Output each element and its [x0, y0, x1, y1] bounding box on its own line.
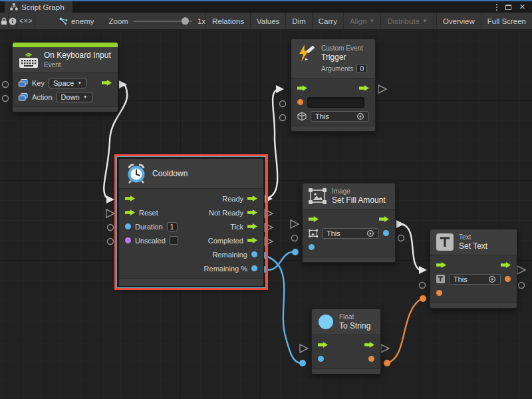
- text-port-dot[interactable]: [436, 290, 442, 296]
- tick-out-arrow[interactable]: [247, 223, 257, 229]
- zoom-slider[interactable]: [134, 21, 192, 22]
- flow-in-arrow[interactable]: [309, 216, 319, 222]
- dim-button[interactable]: Dim: [286, 13, 312, 29]
- keyboard-key-in-port[interactable]: [3, 82, 9, 88]
- image-flow-in-port[interactable]: [291, 220, 299, 228]
- target-out-dot[interactable]: [505, 276, 511, 282]
- node-footer: [119, 278, 263, 286]
- flow-in-arrow[interactable]: [125, 196, 135, 201]
- cooldown-reset-in-port[interactable]: [106, 209, 114, 217]
- full-screen-button[interactable]: Full Screen: [481, 13, 532, 29]
- fill-amount-port-dot[interactable]: [309, 244, 315, 250]
- unscaled-port-dot[interactable]: [125, 237, 131, 243]
- cooldown-flow-in-port[interactable]: [106, 196, 114, 203]
- enum-icon: [19, 79, 28, 87]
- zoom-slider-handle[interactable]: [182, 17, 189, 25]
- graph-canvas[interactable]: On Keyboard Input Event Key Space▼: [0, 30, 532, 399]
- unity-script-graph-window: Script Graph ✕ <×>: [0, 0, 532, 399]
- cooldown-row-5: Remaining: [119, 247, 263, 261]
- image-flow-out-port[interactable]: [396, 220, 404, 228]
- values-button[interactable]: Values: [251, 13, 286, 29]
- string-out-dot[interactable]: [368, 356, 374, 362]
- key-dropdown[interactable]: Space▼: [49, 78, 86, 88]
- remainingpct-label: Remaining %: [204, 265, 247, 273]
- string-port-dot[interactable]: [297, 99, 303, 105]
- image-target-in-port[interactable]: [292, 235, 298, 241]
- event-name-input[interactable]: [307, 97, 364, 108]
- tostring-flow-out-port[interactable]: [381, 344, 389, 352]
- flow-row: [430, 258, 517, 272]
- tab-script-graph[interactable]: Script Graph: [5, 1, 72, 13]
- settext-text-in-port[interactable]: [420, 295, 426, 302]
- flow-out-arrow[interactable]: [364, 342, 374, 348]
- image-target-out-port[interactable]: [398, 235, 404, 241]
- completed-out-arrow[interactable]: [247, 237, 257, 243]
- graph-breadcrumb[interactable]: enemy: [59, 17, 94, 25]
- node-category: Text: [459, 233, 487, 241]
- float-in-dot[interactable]: [318, 356, 324, 362]
- custom-event-flow-out-port[interactable]: [378, 85, 386, 93]
- flow-out-arrow[interactable]: [379, 216, 389, 222]
- target-out-dot[interactable]: [383, 230, 389, 236]
- overview-button[interactable]: Overview: [436, 13, 481, 29]
- settext-flow-in-port[interactable]: [419, 266, 427, 274]
- remainingpct-out-dot[interactable]: [251, 265, 257, 271]
- node-cooldown[interactable]: Cooldown Ready Reset Not Ready: [118, 158, 264, 287]
- ready-out-arrow[interactable]: [247, 196, 257, 201]
- target-dropdown[interactable]: This: [449, 274, 501, 285]
- flow-in-arrow[interactable]: [297, 85, 307, 91]
- cooldown-notready-out-port[interactable]: [265, 209, 273, 217]
- notready-out-arrow[interactable]: [247, 209, 257, 215]
- flow-row: [303, 212, 395, 226]
- event-name-row: [291, 95, 375, 109]
- unscaled-checkbox[interactable]: [170, 236, 178, 245]
- relations-button[interactable]: Relations: [205, 13, 251, 29]
- cooldown-tick-out-port[interactable]: [265, 223, 273, 231]
- flow-out-arrow[interactable]: [102, 80, 112, 86]
- settext-target-out-port[interactable]: [519, 283, 525, 289]
- cooldown-duration-in-port[interactable]: [108, 225, 114, 231]
- custom-event-target-in-port[interactable]: [280, 115, 286, 121]
- remaining-out-dot[interactable]: [251, 251, 257, 257]
- distribute-button[interactable]: Distribute▼: [381, 13, 434, 29]
- custom-event-flow-in-port[interactable]: [276, 85, 284, 93]
- target-dropdown[interactable]: This: [322, 228, 379, 239]
- node-image-set-fill-amount[interactable]: Image Set Fill Amount: [302, 183, 396, 263]
- zoom-label: Zoom: [108, 17, 128, 25]
- duration-port-dot[interactable]: [125, 223, 131, 229]
- settext-target-in-port[interactable]: [420, 283, 426, 289]
- info-button[interactable]: [9, 13, 17, 29]
- settext-flow-out-port[interactable]: [517, 266, 525, 274]
- tostring-result-out-port[interactable]: [384, 360, 390, 366]
- flow-in-arrow[interactable]: [318, 342, 328, 348]
- image-fillamount-in-port[interactable]: [292, 249, 299, 255]
- duration-label: Duration: [135, 223, 163, 231]
- node-on-keyboard-input[interactable]: On Keyboard Input Event Key Space▼: [12, 42, 118, 112]
- arguments-stepper[interactable]: 0: [356, 64, 367, 73]
- custom-event-name-in-port[interactable]: [280, 101, 286, 107]
- flow-out-arrow[interactable]: [501, 262, 511, 268]
- action-dropdown[interactable]: Down▼: [57, 92, 92, 102]
- node-text-set-text[interactable]: Text Set Text This: [430, 229, 517, 309]
- flow-in-arrow[interactable]: [436, 262, 446, 268]
- reset-in-arrow[interactable]: [125, 209, 135, 215]
- duration-input[interactable]: 1: [167, 222, 178, 231]
- target-dropdown[interactable]: This: [311, 111, 369, 122]
- carry-button[interactable]: Carry: [313, 13, 344, 29]
- node-trigger-custom-event[interactable]: Custom Event Trigger Arguments 0: [291, 39, 376, 132]
- insert-node-button[interactable]: <×>: [17, 13, 35, 29]
- keyboard-action-in-port[interactable]: [3, 96, 9, 102]
- maximize-icon[interactable]: [505, 5, 511, 10]
- node-float-to-string[interactable]: Float To String: [311, 309, 381, 374]
- tostring-flow-in-port[interactable]: [300, 344, 308, 352]
- tostring-value-in-port[interactable]: [299, 360, 306, 366]
- align-button[interactable]: Align▼: [344, 13, 382, 29]
- wire-image-to-settext: [402, 224, 420, 270]
- cooldown-completed-out-port[interactable]: [265, 237, 273, 245]
- flow-out-arrow[interactable]: [359, 85, 369, 91]
- close-icon[interactable]: ✕: [519, 3, 525, 11]
- cooldown-unscaled-in-port[interactable]: [108, 239, 114, 245]
- lock-button[interactable]: [0, 13, 9, 29]
- window-menu-icon[interactable]: [496, 4, 497, 11]
- cooldown-row-3: Duration 1 Tick: [119, 219, 263, 233]
